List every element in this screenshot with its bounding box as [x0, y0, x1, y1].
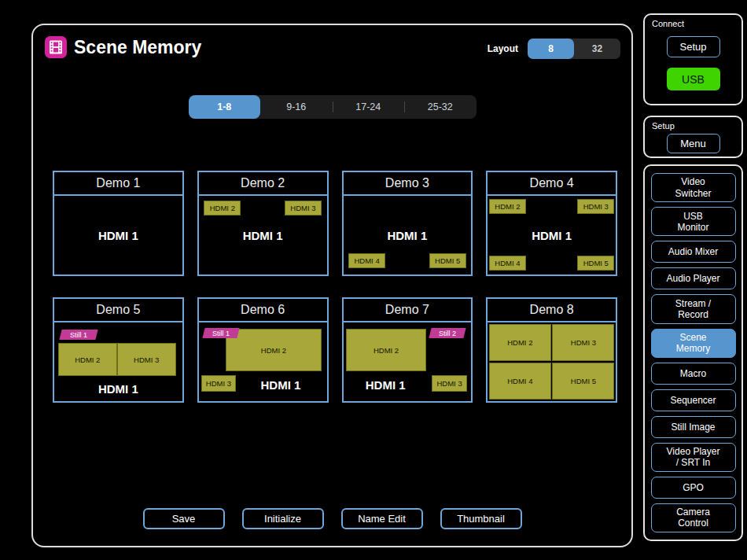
name-edit-button[interactable]: Name Edit	[341, 508, 423, 529]
initialize-button[interactable]: Initialize	[242, 508, 324, 529]
source-label-text: HDMI 5	[583, 259, 609, 267]
sidebar-item-audio-mixer[interactable]: Audio Mixer	[651, 241, 736, 263]
source-label-text: HDMI 4	[495, 259, 520, 267]
source-box: HDMI 3	[552, 324, 614, 361]
connect-section-label: Connect	[645, 15, 741, 28]
source-label-text: HDMI 2	[261, 346, 286, 355]
source-label-text: HDMI 1	[366, 378, 406, 392]
source-box: HDMI 3	[285, 201, 322, 216]
main-source-label: HDMI 1	[237, 374, 325, 395]
source-label-text: HDMI 2	[75, 356, 100, 364]
screen: Scene Memory Layout 832 1-89-1617-2425-3…	[0, 0, 747, 560]
sidebar-item-audio-player[interactable]: Audio Player	[651, 267, 736, 289]
source-label-text: HDMI 4	[354, 256, 379, 265]
source-label-text: HDMI 5	[435, 256, 460, 265]
sidebar-item-still-image[interactable]: Still Image	[651, 416, 736, 438]
main-source-label: HDMI 1	[346, 374, 425, 395]
scene-preview: HDMI 1	[54, 196, 182, 274]
layout-segmented-control: 832	[528, 39, 620, 59]
layout-option-32[interactable]: 32	[574, 39, 620, 59]
page-title: Scene Memory	[74, 37, 201, 58]
tab-9-16[interactable]: 9-16	[260, 95, 333, 119]
menu-button[interactable]: Menu	[667, 134, 720, 153]
scene-memory-icon	[45, 36, 67, 58]
scene-tile-demo-1[interactable]: Demo 1HDMI 1	[53, 171, 184, 276]
scene-name: Demo 2	[199, 172, 327, 196]
scene-preview: Still 1HDMI 2HDMI 3HDMI 1	[54, 322, 182, 401]
source-label-text: HDMI 1	[98, 382, 138, 396]
source-box: HDMI 5	[429, 253, 466, 268]
source-box: HDMI 5	[552, 363, 614, 400]
setup-section-label: Setup	[645, 117, 741, 131]
scene-grid: Demo 1HDMI 1Demo 2HDMI 1HDMI 2HDMI 3Demo…	[53, 171, 617, 403]
scene-name: Demo 6	[199, 299, 327, 322]
source-label-text: HDMI 2	[507, 338, 532, 347]
scene-preview: HDMI 2HDMI 3HDMI 4HDMI 5	[488, 322, 616, 401]
source-label-text: HDMI 3	[571, 338, 596, 347]
layout-label: Layout	[488, 43, 518, 54]
source-box: HDMI 2	[489, 324, 551, 361]
source-box: HDMI 2	[346, 329, 427, 371]
source-label-text: HDMI 1	[532, 229, 572, 242]
scene-page-tabs: 1-89-1617-2425-32	[189, 95, 477, 119]
scene-name: Demo 3	[344, 172, 472, 196]
scene-name: Demo 8	[488, 299, 616, 322]
source-box: HDMI 3	[201, 375, 236, 392]
source-box: HDMI 5	[577, 256, 614, 271]
footer-buttons: SaveInitializeName EditThumbnail	[143, 508, 522, 529]
tab-1-8[interactable]: 1-8	[189, 95, 261, 119]
thumbnail-button[interactable]: Thumbnail	[440, 508, 522, 529]
connect-section: Connect Setup USB	[643, 13, 743, 105]
scene-memory-panel: Scene Memory Layout 832 1-89-1617-2425-3…	[31, 24, 633, 547]
source-box: HDMI 2	[226, 329, 322, 371]
source-label-text: Still 1	[70, 331, 87, 339]
source-box: HDMI 3	[577, 199, 614, 214]
source-label-text: HDMI 3	[436, 379, 462, 388]
scene-preview: HDMI 1HDMI 2HDMI 3HDMI 4HDMI 5	[488, 196, 616, 274]
sidebar-item-macro[interactable]: Macro	[651, 363, 736, 385]
source-label-text: Still 2	[439, 330, 456, 337]
main-source-label: HDMI 1	[54, 378, 182, 400]
scene-name: Demo 7	[344, 299, 472, 322]
still-chip: Still 1	[203, 328, 240, 338]
sidebar-item-gpo[interactable]: GPO	[651, 477, 736, 499]
scene-name: Demo 4	[488, 172, 616, 196]
sidebar-item-video-switcher[interactable]: Video Switcher	[651, 173, 736, 202]
source-box: HDMI 2	[58, 343, 117, 376]
sidebar-item-camera-control[interactable]: Camera Control	[651, 503, 736, 532]
sidebar-item-stream-record[interactable]: Stream / Record	[651, 294, 736, 323]
scene-tile-demo-8[interactable]: Demo 8HDMI 2HDMI 3HDMI 4HDMI 5	[486, 297, 617, 403]
save-button[interactable]: Save	[143, 508, 225, 529]
sidebar-item-scene-memory[interactable]: Scene Memory	[651, 329, 736, 358]
sidebar-item-usb-monitor[interactable]: USB Monitor	[651, 207, 736, 236]
scene-name: Demo 5	[54, 299, 182, 322]
still-chip: Still 1	[60, 330, 98, 340]
scene-preview: Still 1HDMI 2HDMI 3HDMI 1	[199, 322, 327, 401]
source-box: HDMI 4	[489, 256, 526, 271]
scene-tile-demo-3[interactable]: Demo 3HDMI 1HDMI 4HDMI 5	[342, 171, 473, 276]
source-label-text: HDMI 1	[387, 229, 427, 242]
source-label-text: HDMI 3	[134, 356, 159, 364]
source-label-text: HDMI 1	[260, 378, 300, 392]
tab-25-32[interactable]: 25-32	[404, 95, 477, 119]
tab-17-24[interactable]: 17-24	[333, 95, 405, 119]
source-label-text: HDMI 1	[243, 229, 283, 242]
function-menu: Video SwitcherUSB MonitorAudio MixerAudi…	[643, 164, 743, 541]
source-box: HDMI 3	[432, 375, 468, 392]
source-label-text: HDMI 2	[374, 346, 399, 355]
scene-tile-demo-6[interactable]: Demo 6Still 1HDMI 2HDMI 3HDMI 1	[197, 297, 329, 403]
source-box: HDMI 4	[348, 253, 385, 268]
connect-setup-button[interactable]: Setup	[667, 36, 720, 57]
source-label-text: HDMI 5	[571, 377, 596, 385]
sidebar-item-video-player-srt-in[interactable]: Video Player / SRT In	[651, 443, 736, 472]
usb-button[interactable]: USB	[667, 68, 720, 90]
sidebar-item-sequencer[interactable]: Sequencer	[651, 389, 736, 411]
scene-tile-demo-4[interactable]: Demo 4HDMI 1HDMI 2HDMI 3HDMI 4HDMI 5	[486, 171, 617, 276]
scene-preview: HDMI 1HDMI 2HDMI 3	[199, 196, 327, 274]
still-chip: Still 2	[429, 328, 466, 338]
scene-tile-demo-7[interactable]: Demo 7HDMI 2Still 2HDMI 1HDMI 3	[342, 297, 473, 403]
scene-tile-demo-2[interactable]: Demo 2HDMI 1HDMI 2HDMI 3	[197, 171, 329, 276]
scene-preview: HDMI 1HDMI 4HDMI 5	[344, 196, 472, 274]
layout-option-8[interactable]: 8	[528, 39, 574, 59]
scene-tile-demo-5[interactable]: Demo 5Still 1HDMI 2HDMI 3HDMI 1	[53, 297, 184, 403]
